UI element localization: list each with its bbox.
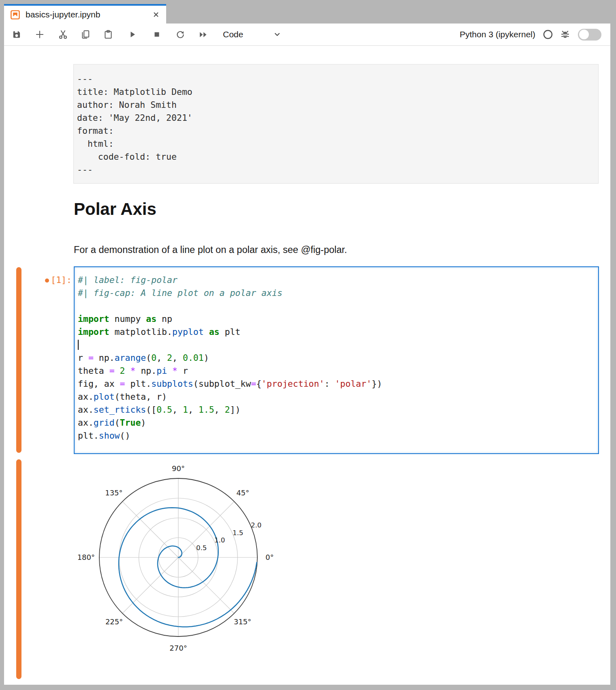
run-icon <box>128 30 137 39</box>
kernel-area: Python 3 (ipykernel) <box>460 29 610 41</box>
debugger-bug-icon[interactable] <box>560 29 571 40</box>
text-cursor <box>78 340 79 350</box>
chevron-down-icon <box>272 30 282 39</box>
code-line: ax.plot(theta, r) <box>78 390 598 403</box>
toggle-knob <box>579 30 589 39</box>
code-line: theta = 2 * np.pi * r <box>78 364 598 377</box>
copy-icon <box>80 29 91 40</box>
theta-tick-label: 90° <box>172 464 185 473</box>
save-icon <box>11 29 22 40</box>
cell-output-area: 0°45°90°135°180°225°270°315°0.51.01.52.0 <box>69 448 288 683</box>
tab-close-icon[interactable] <box>152 10 160 19</box>
code-line: fig, ax = plt.subplots(subplot_kw={'proj… <box>78 377 598 390</box>
theta-tick-label: 0° <box>265 553 274 561</box>
input-cell-collapser[interactable] <box>16 267 21 453</box>
cell-type-dropdown[interactable]: Code <box>223 30 282 39</box>
scissors-icon <box>58 29 68 40</box>
code-line <box>78 339 598 351</box>
notebook-icon <box>10 9 21 20</box>
paste-icon <box>103 29 113 40</box>
raw-cell-text: --- title: Matplotlib Demo author: Norah… <box>74 64 598 176</box>
cut-cells-button[interactable] <box>57 28 69 41</box>
tab-title: basics-jupyter.ipynb <box>26 10 152 19</box>
prompt-text: [1]: <box>51 275 72 285</box>
code-line <box>78 300 598 313</box>
kernel-name[interactable]: Python 3 (ipykernel) <box>460 30 535 39</box>
code-line: ax.grid(True) <box>78 416 598 429</box>
execution-count-prompt: [1]: <box>4 274 72 287</box>
output-cell-collapser[interactable] <box>16 459 21 679</box>
theta-tick-label: 270° <box>169 644 187 652</box>
interrupt-kernel-button[interactable] <box>151 28 163 41</box>
r-tick-label: 0.5 <box>196 544 207 552</box>
restart-kernel-button[interactable] <box>174 28 186 41</box>
code-line: ax.set_rticks([0.5, 1, 1.5, 2]) <box>78 403 598 416</box>
notebook-toolbar: Code Python 3 (ipykernel) <box>4 24 610 46</box>
theta-tick-label: 180° <box>77 553 95 561</box>
markdown-paragraph[interactable]: For a demonstration of a line plot on a … <box>74 244 347 256</box>
kernel-status-icon[interactable] <box>543 29 553 40</box>
stop-icon <box>152 30 162 39</box>
run-cell-button[interactable] <box>126 28 139 41</box>
notebook-content: --- title: Matplotlib Demo author: Norah… <box>4 46 610 685</box>
r-tick-label: 1.5 <box>233 529 243 537</box>
cell-type-value: Code <box>223 30 243 39</box>
markdown-heading[interactable]: Polar Axis <box>74 200 156 219</box>
jupyterlab-window: basics-jupyter.ipynb <box>4 4 610 685</box>
r-tick-label: 2.0 <box>251 521 261 529</box>
code-line: #| label: fig-polar <box>78 274 598 287</box>
code-cell-editor[interactable]: #| label: fig-polar#| fig-cap: A line pl… <box>74 266 599 454</box>
code-line: r = np.arange(0, 2, 0.01) <box>78 351 598 364</box>
polar-chart: 0°45°90°135°180°225°270°315°0.51.01.52.0 <box>69 448 288 683</box>
simple-mode-toggle[interactable] <box>578 29 601 41</box>
restart-icon <box>175 29 186 40</box>
theta-tick-label: 315° <box>234 617 251 626</box>
paste-cells-button[interactable] <box>102 28 114 41</box>
code-line: #| fig-cap: A line plot on a polar axis <box>78 287 598 300</box>
tab-basics-jupyter[interactable]: basics-jupyter.ipynb <box>4 4 166 24</box>
fast-forward-icon <box>198 29 209 40</box>
active-cell-dot-icon <box>45 279 49 283</box>
copy-cells-button[interactable] <box>79 28 92 41</box>
tab-bar: basics-jupyter.ipynb <box>4 4 610 24</box>
theta-tick-label: 225° <box>105 617 123 626</box>
theta-tick-label: 135° <box>105 489 122 497</box>
r-tick-label: 1.0 <box>214 536 225 544</box>
insert-cell-button[interactable] <box>34 28 46 41</box>
plus-icon <box>34 29 45 40</box>
code-line: import matplotlib.pyplot as plt <box>78 326 598 339</box>
restart-run-all-button[interactable] <box>197 28 209 41</box>
code-lines: #| label: fig-polar#| fig-cap: A line pl… <box>78 274 598 442</box>
theta-tick-label: 45° <box>236 489 249 497</box>
code-line: plt.show() <box>78 429 598 442</box>
raw-cell-yaml-frontmatter[interactable]: --- title: Matplotlib Demo author: Norah… <box>73 64 599 184</box>
code-line: import numpy as np <box>78 313 598 326</box>
save-button[interactable] <box>11 28 23 41</box>
